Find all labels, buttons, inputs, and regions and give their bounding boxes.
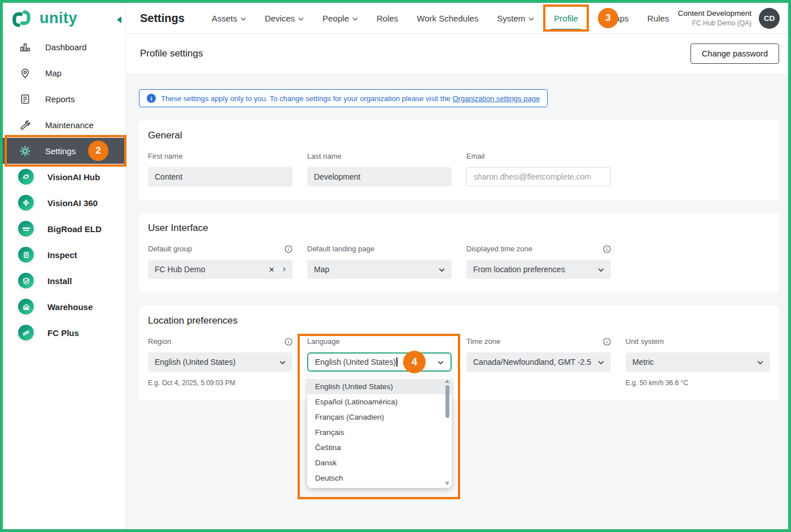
scroll-down-icon[interactable] [445, 482, 449, 485]
location-preferences-card: Location preferences Region English (Uni… [139, 306, 779, 400]
default-landing-page-select[interactable]: Map [307, 260, 452, 279]
screenshot-frame: unity Dashboard Map [0, 0, 791, 532]
dropdown-option-deutsch[interactable]: Deutsch [307, 470, 452, 486]
organization-settings-link[interactable]: Organization settings page [452, 94, 540, 103]
first-name-label: First name [148, 152, 182, 160]
app-window: unity Dashboard Map [3, 3, 788, 529]
tab-label: Roles [377, 14, 398, 23]
tab-assets[interactable]: Assets [212, 3, 246, 33]
user-interface-card: User Interface Default group FC Hub Demo… [139, 213, 779, 293]
default-group-select[interactable]: FC Hub Demo ✕ › [148, 260, 292, 279]
tab-people[interactable]: People [322, 3, 358, 33]
chevron-down-icon [528, 17, 534, 21]
info-icon[interactable] [603, 245, 611, 253]
scrollbar-thumb[interactable] [445, 385, 449, 418]
sidebar-collapse-icon[interactable] [117, 16, 121, 23]
default-group-field: Default group FC Hub Demo ✕ › [148, 245, 292, 279]
avatar[interactable]: CD [759, 8, 780, 29]
dropdown-option-espanol[interactable]: Español (Latinoamérica) [307, 394, 452, 409]
dropdown-option-francais[interactable]: Français [307, 425, 452, 440]
tab-devices[interactable]: Devices [265, 3, 304, 33]
logo-row: unity [3, 3, 126, 34]
bigroad-eld-icon [18, 221, 34, 237]
info-icon[interactable] [285, 245, 292, 253]
sidebar-item-visionai-hub[interactable]: VisionAI Hub [3, 164, 126, 190]
scroll-up-icon[interactable] [445, 380, 449, 383]
user-interface-section-title: User Interface [148, 223, 770, 234]
unit-system-select[interactable]: Metric [626, 352, 770, 372]
unity-logo-icon [11, 8, 32, 29]
location-preferences-section-title: Location preferences [148, 315, 770, 326]
unit-system-field: Unit system Metric E.g. 50 km/h 36.6 °C [626, 337, 770, 387]
fc-plus-icon [18, 325, 34, 341]
sidebar-item-reports[interactable]: Reports [3, 86, 126, 112]
user-menu[interactable]: Content Development FC Hub Demo (QA) CD [678, 8, 780, 29]
sidebar-item-bigroad-eld[interactable]: BigRoad ELD [3, 216, 126, 242]
email-input: sharon.dhesi@fleetcomplete.com [466, 167, 611, 186]
step-3-badge: 3 [598, 8, 618, 28]
sidebar-item-inspect[interactable]: Inspect [3, 242, 126, 268]
document-icon [18, 93, 32, 105]
tab-maps[interactable]: 3 Maps [608, 3, 629, 33]
dropdown-option-cestina[interactable]: Čeština [307, 440, 452, 455]
sidebar-item-fc-plus[interactable]: FC Plus [3, 320, 126, 346]
user-info: Content Development FC Hub Demo (QA) [678, 8, 751, 28]
tab-work-schedules[interactable]: Work Schedules [417, 3, 478, 33]
info-icon[interactable] [603, 338, 611, 346]
chevron-right-icon[interactable]: › [283, 264, 286, 273]
tab-rules[interactable]: Rules [648, 3, 669, 33]
dropdown-scrollbar[interactable] [444, 380, 450, 485]
last-name-field: Last name Development [307, 152, 452, 186]
sidebar-item-label: Install [47, 276, 72, 286]
sidebar-item-install[interactable]: Install [3, 268, 126, 294]
region-value: English (United States) [155, 357, 279, 367]
info-icon[interactable] [285, 338, 292, 346]
unit-system-example: E.g. 50 km/h 36.6 °C [626, 379, 770, 387]
tab-label: Assets [212, 14, 237, 23]
settings-title: Settings [140, 12, 185, 25]
text-cursor [396, 357, 397, 367]
page-header: Profile settings Change password [126, 34, 788, 73]
main-area: Settings Assets Devices People Roles [126, 3, 788, 529]
last-name-input[interactable]: Development [307, 167, 452, 186]
sidebar: unity Dashboard Map [3, 3, 126, 529]
dropdown-option-dansk[interactable]: Dansk [307, 455, 452, 470]
sidebar-item-warehouse[interactable]: Warehouse [3, 294, 126, 320]
sidebar-item-label: VisionAI Hub [47, 172, 100, 182]
region-select[interactable]: English (United States) [148, 352, 292, 372]
displayed-time-zone-select[interactable]: From location preferences [466, 260, 611, 279]
sidebar-item-label: Reports [45, 94, 75, 104]
default-group-label: Default group [148, 245, 192, 253]
tab-profile[interactable]: Profile [553, 3, 579, 33]
inspect-icon [18, 247, 34, 263]
sidebar-item-dashboard[interactable]: Dashboard [3, 34, 126, 60]
change-password-button[interactable]: Change password [691, 43, 779, 64]
sidebar-item-label: FC Plus [47, 328, 79, 338]
sidebar-item-visionai-360[interactable]: VisionAI 360 [3, 190, 126, 216]
time-zone-select[interactable]: Canada/Newfoundland, GMT -2.5 [466, 352, 611, 372]
dropdown-option-francais-canadien[interactable]: Français (Canadien) [307, 409, 452, 425]
tab-system[interactable]: System [497, 3, 534, 33]
default-landing-page-label: Default landing page [307, 245, 374, 253]
email-value: sharon.dhesi@fleetcomplete.com [474, 172, 604, 181]
dropdown-option-english-us[interactable]: English (United States) [307, 379, 452, 394]
first-name-input[interactable]: Content [148, 167, 292, 186]
sidebar-item-label: Inspect [47, 250, 77, 260]
last-name-value: Development [314, 172, 445, 181]
language-value: English (United States) [315, 357, 396, 367]
language-label: Language [307, 337, 340, 346]
sidebar-item-label: Settings [45, 146, 76, 156]
chevron-down-icon [757, 360, 763, 365]
tab-label: Work Schedules [417, 14, 478, 23]
tab-label: Devices [265, 14, 295, 23]
content-area: i These settings apply only to you. To c… [126, 73, 788, 529]
sidebar-item-settings[interactable]: Settings 2 [3, 138, 126, 164]
banner-text: These settings apply only to you. To cha… [161, 94, 540, 103]
sidebar-item-maintenance[interactable]: Maintenance [3, 112, 126, 138]
clear-icon[interactable]: ✕ [269, 265, 275, 274]
sidebar-item-map[interactable]: Map [3, 60, 126, 86]
unit-system-label: Unit system [626, 337, 664, 346]
language-input[interactable]: English (United States) 4 [307, 352, 452, 372]
tab-roles[interactable]: Roles [377, 3, 398, 33]
bar-chart-icon [18, 41, 32, 53]
